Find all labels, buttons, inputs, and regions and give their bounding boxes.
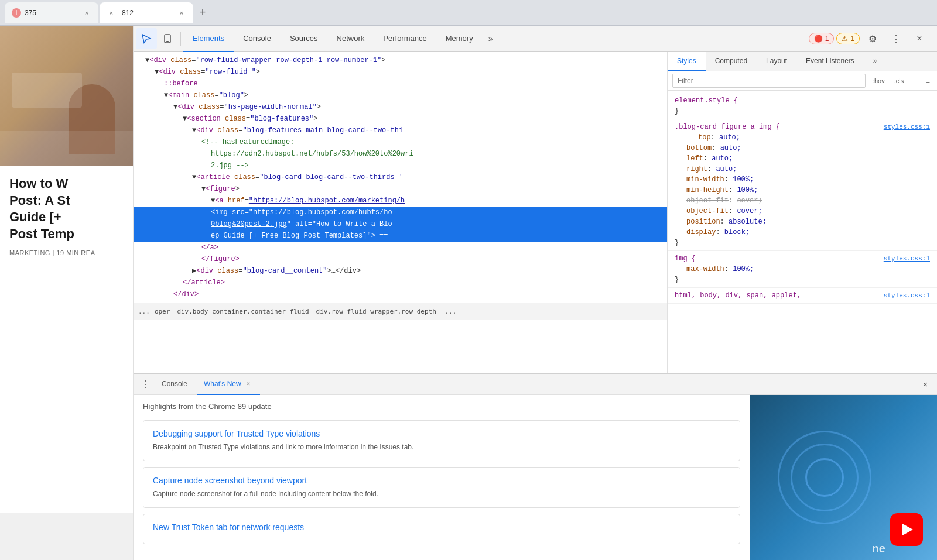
css-source-link[interactable]: styles.css:1 (884, 253, 930, 264)
dom-line[interactable]: ▼<main class="blog"> (134, 90, 667, 101)
dom-line-selected[interactable]: ep Guide [+ Free Blog Post Templates]"> … (134, 230, 667, 242)
tab-whats-new[interactable]: What's New × (197, 374, 260, 395)
breadcrumb-bar: ... oper div.body-container.container-fl… (134, 303, 667, 320)
hov-filter-button[interactable]: :hov (870, 76, 887, 85)
warning-icon: ⚠ (842, 35, 848, 43)
tab-performance[interactable]: Performance (374, 26, 436, 52)
styles-tabs: Styles Computed Layout Event Listeners » (668, 52, 937, 71)
breadcrumb-more[interactable]: ... (444, 308, 456, 315)
whats-new-content: Highlights from the Chrome 89 update Deb… (134, 395, 937, 560)
toggle-filter-button[interactable]: ≡ (924, 76, 932, 85)
css-source-link[interactable]: styles.css:1 (884, 122, 930, 132)
bottom-drawer: ⋮ Console What's New × × Highlights from… (134, 373, 937, 560)
tab-close-2[interactable]: × (177, 8, 186, 18)
dom-line[interactable]: ▼<section class="blog-features"> (134, 113, 667, 125)
dom-line[interactable]: ▼<div class="row-fluid-wrapper row-depth… (134, 54, 667, 66)
css-selector: img { (675, 255, 696, 263)
device-tool[interactable] (157, 28, 178, 49)
dom-line[interactable]: ▼<div class="row-fluid "> (134, 66, 667, 78)
add-style-button[interactable]: + (911, 76, 919, 85)
tab-favicon-1: i (12, 8, 21, 18)
page-meta: MARKETING | 19 MIN REA (9, 249, 124, 256)
css-source-link[interactable]: styles.css:1 (884, 290, 930, 301)
dom-line[interactable]: </figure> (134, 253, 667, 265)
page-content: How to W Post: A St Guide [+ Post Temp M… (0, 166, 133, 513)
dom-line[interactable]: ▼<figure> (134, 183, 667, 195)
pseudo-element: ::before (164, 80, 198, 88)
feature-card-3[interactable]: New Trust Token tab for network requests (143, 514, 740, 544)
css-rule-blog-card: .blog-card figure a img { styles.css:1 t… (668, 119, 937, 251)
tab-memory[interactable]: Memory (436, 26, 483, 52)
dom-line[interactable]: ▼<div class="hs-page-width-normal"> (134, 101, 667, 113)
more-tabs-button[interactable]: » (483, 30, 499, 47)
dom-line-selected[interactable]: <img src="https://blog.hubspot.com/hubfs… (134, 207, 667, 218)
styles-filter-bar: :hov .cls + ≡ (668, 71, 937, 91)
breadcrumb-item[interactable]: div.body-container.container-fluid (175, 307, 311, 317)
tab-console-drawer[interactable]: Console (155, 374, 194, 395)
error-badge[interactable]: 🔴 1 (809, 33, 835, 44)
dom-content: ▼<div class="row-fluid-wrapper row-depth… (134, 52, 667, 303)
styles-filter-input[interactable] (672, 74, 866, 88)
dom-line[interactable]: </a> (134, 242, 667, 253)
breadcrumb-dots[interactable]: ... (138, 308, 150, 315)
cls-filter-button[interactable]: .cls (892, 76, 907, 85)
error-count: 1 (825, 35, 829, 43)
youtube-ne-text: ne (872, 542, 885, 555)
css-selector: html, body, div, span, applet, (675, 291, 801, 300)
youtube-circles (778, 431, 871, 524)
youtube-play-button[interactable] (890, 513, 923, 546)
dom-line[interactable]: ::before (134, 78, 667, 90)
whats-new-label: What's New (204, 380, 241, 388)
tab-computed[interactable]: Computed (706, 52, 757, 71)
tab-title-1: 375 (25, 9, 36, 17)
feature-title-1: Debugging support for Trusted Type viola… (153, 429, 730, 438)
feature-card-2[interactable]: Capture node screenshot beyond viewport … (143, 467, 740, 508)
tab-network[interactable]: Network (327, 26, 374, 52)
dom-line[interactable]: ▼<article class="blog-card blog-card--tw… (134, 171, 667, 183)
play-icon (902, 524, 913, 535)
page-preview: How to W Post: A St Guide [+ Post Temp M… (0, 26, 134, 560)
warning-badge[interactable]: ⚠ 1 (836, 33, 860, 44)
more-menu-button[interactable]: ⋮ (885, 28, 907, 49)
tab-more-styles[interactable]: » (864, 52, 887, 71)
tab-styles[interactable]: Styles (668, 52, 706, 71)
whats-new-left: Highlights from the Chrome 89 update Deb… (134, 395, 750, 560)
svg-rect-1 (166, 41, 169, 42)
whats-new-video[interactable]: ne (750, 395, 937, 560)
drawer-tabs: ⋮ Console What's New × × (134, 374, 937, 395)
dom-line[interactable]: </article> (134, 277, 667, 288)
new-tab-button[interactable]: + (194, 5, 211, 21)
dom-panel: ▼<div class="row-fluid-wrapper row-depth… (134, 52, 668, 373)
dom-line[interactable]: ▼<div class="blog-features_main blog-car… (134, 125, 667, 136)
browser-tab-1[interactable]: i 375 × (5, 2, 98, 23)
toolbar-separator (180, 32, 181, 46)
tab-favicon-2: × (107, 8, 116, 18)
devtools-container: How to W Post: A St Guide [+ Post Temp M… (0, 26, 937, 560)
dom-line[interactable]: 2.jpg --> (134, 160, 667, 171)
dom-line-selected[interactable]: 0blog%20post-2.jpg" alt="How to Write a … (134, 218, 667, 230)
tab-close-1[interactable]: × (82, 8, 91, 18)
close-devtools-button[interactable]: × (909, 28, 930, 49)
tab-event-listeners[interactable]: Event Listeners (796, 52, 864, 71)
settings-button[interactable]: ⚙ (862, 28, 883, 49)
dom-line[interactable]: <!-- hasFeaturedImage: (134, 136, 667, 148)
breadcrumb-item[interactable]: div.row-fluid-wrapper.row-depth- (314, 307, 443, 317)
dom-line[interactable]: ▶<div class="blog-card__content">…</div> (134, 265, 667, 277)
tab-layout[interactable]: Layout (757, 52, 796, 71)
warning-count: 1 (850, 35, 854, 43)
browser-tab-2[interactable]: × 812 × (100, 2, 193, 23)
feature-card-1[interactable]: Debugging support for Trusted Type viola… (143, 420, 740, 461)
tab-console[interactable]: Console (234, 26, 281, 52)
dom-line[interactable]: https://cdn2.hubspot.net/hubfs/53/how%20… (134, 148, 667, 160)
close-whats-new[interactable]: × (244, 379, 253, 389)
inspect-tool[interactable] (136, 28, 157, 49)
close-drawer-button[interactable]: × (918, 377, 932, 391)
feature-title-2: Capture node screenshot beyond viewport (153, 476, 730, 485)
dom-line[interactable]: ▼<a href="https://blog.hubspot.com/marke… (134, 195, 667, 207)
tab-elements[interactable]: Elements (183, 26, 234, 52)
page-preview-image (0, 26, 133, 166)
drawer-menu-button[interactable]: ⋮ (138, 377, 152, 391)
breadcrumb-item[interactable]: oper (152, 307, 173, 317)
dom-line[interactable]: </div> (134, 288, 667, 300)
tab-sources[interactable]: Sources (281, 26, 327, 52)
